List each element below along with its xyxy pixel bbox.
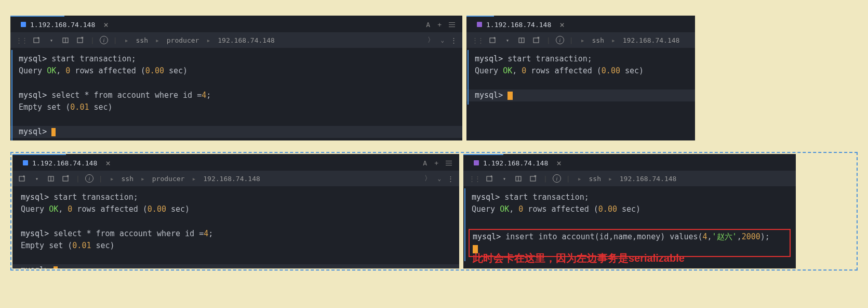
terminal-line	[19, 113, 454, 125]
plus-icon[interactable]: +	[437, 21, 442, 29]
new-tab-plus-icon[interactable]	[488, 35, 498, 45]
terminal-line	[475, 78, 687, 89]
new-tab-plus-icon[interactable]	[485, 174, 495, 183]
breadcrumb-segment[interactable]: ssh	[592, 36, 604, 44]
info-icon[interactable]: i	[85, 174, 94, 183]
breadcrumb-segment[interactable]: 192.168.74.148	[218, 36, 275, 44]
chevron-right-icon: ▸	[125, 36, 129, 44]
new-tab-plus-icon[interactable]	[32, 35, 42, 45]
new-tab-plus-icon[interactable]	[18, 174, 27, 183]
split-icon[interactable]	[514, 174, 524, 183]
breadcrumb-segment[interactable]: ssh	[121, 175, 133, 183]
plus-icon[interactable]: +	[434, 159, 438, 167]
toolbar: ▾ | i | ▸ ssh ▸ producer ▸ 192.168.74.14…	[12, 171, 459, 186]
separator: |	[76, 175, 80, 183]
chevron-down-icon[interactable]: ▾	[503, 35, 512, 45]
tab-color-icon	[474, 160, 479, 165]
svg-rect-29	[530, 176, 536, 181]
terminal-line: mysql> select * from account where id =4…	[19, 89, 454, 101]
svg-rect-5	[77, 38, 83, 43]
terminal-output[interactable]: mysql> start transaction; Query OK, 0 ro…	[10, 48, 462, 140]
breadcrumb-segment[interactable]: ssh	[136, 36, 148, 44]
split-icon[interactable]	[517, 35, 527, 45]
terminal-panel-left-1: 1.192.168.74.148 × A + ⋮⋮ ▾ | i |	[10, 16, 462, 140]
terminal-line: Empty set (0.01 sec)	[21, 240, 451, 252]
close-panel-icon[interactable]	[61, 174, 71, 183]
chevron-down-icon[interactable]: ▾	[32, 174, 42, 183]
close-panel-icon[interactable]	[532, 35, 541, 45]
letter-a-indicator[interactable]: A	[423, 159, 427, 167]
split-icon[interactable]	[47, 174, 56, 183]
tab-item[interactable]: 1.192.168.74.148 ×	[17, 155, 117, 171]
terminal-line: mysql> start transaction;	[19, 53, 454, 65]
grip-icon: ⋮⋮	[469, 175, 480, 183]
tab-color-icon	[477, 22, 482, 27]
chevron-right-icon: ▸	[611, 36, 616, 44]
chevron-right-icon: ▸	[608, 175, 612, 183]
chevron-right-icon: ▸	[155, 36, 159, 44]
chevron-down-icon[interactable]: ▾	[47, 35, 56, 45]
terminal-line: Query OK, 0 rows affected (0.00 sec)	[472, 203, 787, 215]
chevron-down-icon[interactable]: ▾	[500, 174, 509, 183]
menu-icon[interactable]	[449, 22, 455, 27]
chevron-down-icon[interactable]: ⌄	[437, 175, 441, 182]
chevron-right-icon: ▸	[141, 175, 145, 183]
grip-icon: ⋮⋮	[16, 36, 27, 44]
breadcrumb-segment[interactable]: ssh	[589, 175, 600, 183]
toolbar-right: 〉 ⌄ ⋮	[428, 35, 457, 45]
breadcrumb-segment[interactable]: producer	[167, 36, 199, 44]
terminal-line: mysql>	[10, 126, 462, 138]
chevron-right-icon: ▸	[192, 175, 196, 183]
chevron-right-icon[interactable]: 〉	[428, 35, 434, 45]
close-icon[interactable]: ×	[105, 158, 111, 168]
terminal-line: Query OK, 0 rows affected (0.00 sec)	[475, 65, 687, 77]
terminal-line	[472, 216, 787, 228]
split-icon[interactable]	[61, 35, 71, 45]
kebab-icon[interactable]: ⋮	[450, 36, 457, 44]
tab-item[interactable]: 1.192.168.74.148 ×	[468, 155, 568, 171]
info-icon[interactable]: i	[100, 36, 108, 44]
toolbar: ⋮⋮ ▾ | i | ▸ ssh ▸ producer ▸ 192.168.74…	[10, 32, 462, 48]
menu-icon[interactable]	[446, 161, 452, 165]
terminal-line: mysql>	[466, 89, 695, 101]
separator: |	[99, 175, 103, 183]
chevron-right-icon: ▸	[206, 36, 210, 44]
cursor-icon	[508, 92, 513, 100]
tab-item[interactable]: 1.192.168.74.148 ×	[15, 17, 115, 32]
close-icon[interactable]: ×	[103, 20, 109, 30]
separator: |	[90, 36, 95, 44]
breadcrumb-segment[interactable]: 192.168.74.148	[203, 175, 260, 183]
close-icon[interactable]: ×	[559, 20, 565, 30]
terminal-line: Empty set (0.01 sec)	[19, 101, 454, 113]
tab-bar: 1.192.168.74.148 ×	[466, 17, 695, 32]
close-panel-icon[interactable]	[529, 174, 538, 183]
separator: |	[566, 175, 570, 183]
breadcrumb-segment[interactable]: 192.168.74.148	[620, 175, 677, 183]
breadcrumb-segment[interactable]: 192.168.74.148	[623, 36, 680, 44]
terminal-output[interactable]: mysql> start transaction; Query OK, 0 ro…	[12, 186, 459, 268]
terminal-line: mysql> start transaction;	[475, 53, 687, 65]
chevron-right-icon: ▸	[581, 36, 585, 44]
terminal-line: mysql> start transaction;	[21, 191, 451, 203]
terminal-output[interactable]: mysql> start transaction; Query OK, 0 ro…	[466, 48, 695, 107]
tab-label: 1.192.168.74.148	[32, 159, 97, 167]
terminal-panel-left-2: 1.192.168.74.148 × A + ▾ | i | ▸	[12, 154, 459, 268]
terminal-panel-right-1: 1.192.168.74.148 × ⋮⋮ ▾ | i | ▸ ssh ▸ 19…	[466, 16, 695, 140]
terminal-line	[21, 216, 451, 228]
info-icon[interactable]: i	[556, 36, 564, 44]
grip-icon: ⋮⋮	[472, 36, 483, 44]
close-icon[interactable]: ×	[556, 158, 562, 168]
close-panel-icon[interactable]	[76, 35, 85, 45]
tab-label: 1.192.168.74.148	[486, 21, 551, 29]
chevron-down-icon[interactable]: ⌄	[440, 37, 444, 44]
active-border	[11, 50, 12, 140]
letter-a-indicator[interactable]: A	[426, 21, 430, 29]
info-icon[interactable]: i	[553, 174, 561, 183]
kebab-icon[interactable]: ⋮	[447, 175, 454, 183]
tab-item[interactable]: 1.192.168.74.148 ×	[471, 17, 571, 32]
tab-bar: 1.192.168.74.148 ×	[463, 155, 796, 171]
chevron-right-icon[interactable]: 〉	[424, 174, 431, 183]
tab-label: 1.192.168.74.148	[30, 21, 95, 29]
tab-bar: 1.192.168.74.148 × A +	[10, 17, 462, 32]
breadcrumb-segment[interactable]: producer	[152, 175, 185, 183]
